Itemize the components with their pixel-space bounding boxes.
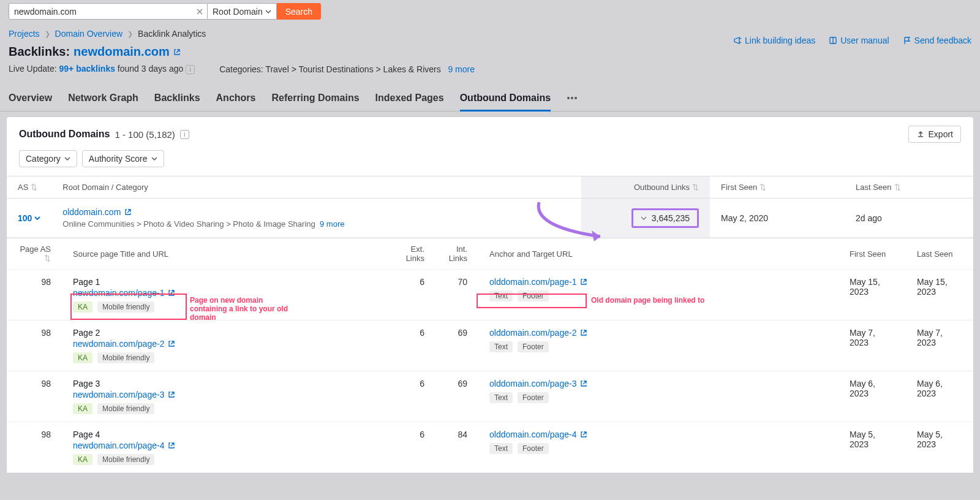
text-tag: Text: [489, 392, 513, 403]
crumb-domain-overview[interactable]: Domain Overview: [55, 29, 123, 39]
svg-point-4: [567, 97, 570, 99]
domain-category: Online Communities > Photo & Video Shari…: [62, 219, 570, 229]
backlink-count-link[interactable]: 99+ backlinks: [59, 64, 115, 74]
int-links-value: 69: [435, 320, 478, 371]
report-tabs: Overview Network Graph Backlinks Anchors…: [0, 81, 980, 112]
target-url-link[interactable]: olddomain.com/page-4: [489, 430, 827, 439]
chevron-right-icon: ❯: [45, 30, 50, 38]
row-first-seen: May 5, 2023: [839, 422, 906, 473]
subcol-int-links[interactable]: Int. Links: [435, 238, 478, 270]
megaphone-icon: [733, 36, 742, 45]
footer-tag: Footer: [518, 290, 549, 301]
outbound-links-highlight[interactable]: 3,645,235: [631, 208, 699, 228]
upload-icon: [916, 130, 925, 138]
external-link-icon: [168, 442, 175, 449]
as-expand-toggle[interactable]: 100: [18, 213, 40, 223]
user-manual-link[interactable]: User manual: [829, 36, 889, 45]
tab-network-graph[interactable]: Network Graph: [68, 93, 138, 111]
page-as-value: 98: [7, 371, 62, 422]
domain-cat-more-link[interactable]: 9 more: [320, 219, 344, 229]
table-row: 98 Page 3 newdomain.com/page-3 KA Mobile…: [7, 371, 973, 422]
col-outbound-links[interactable]: Outbound Links⇅: [581, 176, 710, 199]
tab-referring-domains[interactable]: Referring Domains: [271, 93, 359, 111]
panel-title: Outbound Domains: [19, 129, 110, 140]
categories-more-link[interactable]: 9 more: [448, 64, 475, 74]
info-icon[interactable]: i: [180, 130, 189, 139]
domain-row: 100 olddomain.com Online Communities > P…: [7, 199, 973, 238]
subcol-anchor[interactable]: Anchor and Target URL: [478, 238, 839, 270]
last-seen-value: 2d ago: [845, 199, 973, 238]
subcol-last-seen[interactable]: Last Seen: [906, 238, 973, 270]
row-last-seen: May 5, 2023: [906, 422, 973, 473]
domain-search-input[interactable]: [9, 3, 208, 20]
external-link-icon: [580, 431, 587, 438]
target-url-link[interactable]: olddomain.com/page-3: [489, 379, 827, 388]
source-url-link[interactable]: newdomain.com/page-2: [73, 339, 382, 349]
footer-tag: Footer: [518, 341, 549, 352]
target-url-link[interactable]: olddomain.com/page-2: [489, 328, 827, 338]
subcol-first-seen[interactable]: First Seen: [839, 238, 906, 270]
send-feedback-link[interactable]: Send feedback: [903, 36, 971, 45]
page-as-value: 98: [7, 270, 62, 320]
authority-score-filter[interactable]: Authority Score: [82, 150, 164, 167]
external-link-icon: [168, 391, 175, 398]
int-links-value: 84: [435, 422, 478, 473]
row-last-seen: May 7, 2023: [906, 320, 973, 371]
source-title: Page 2: [73, 328, 382, 338]
mobile-friendly-badge: Mobile friendly: [97, 454, 154, 465]
col-root-domain[interactable]: Root Domain / Category: [51, 176, 581, 199]
tab-backlinks[interactable]: Backlinks: [154, 93, 200, 111]
mobile-friendly-badge: Mobile friendly: [97, 352, 154, 363]
info-icon[interactable]: i: [186, 65, 195, 74]
table-row: 98 Page 2 newdomain.com/page-2 KA Mobile…: [7, 320, 973, 371]
col-first-seen[interactable]: First Seen⇅: [710, 176, 845, 199]
external-link-icon: [580, 278, 587, 286]
page-title-domain[interactable]: newdomain.com: [74, 45, 181, 59]
page-as-value: 98: [7, 422, 62, 473]
more-tabs-icon[interactable]: [567, 93, 578, 111]
tab-indexed-pages[interactable]: Indexed Pages: [375, 93, 444, 111]
source-url-link[interactable]: newdomain.com/page-4: [73, 441, 382, 450]
target-url-link[interactable]: olddomain.com/page-1: [489, 277, 827, 287]
source-url-link[interactable]: newdomain.com/page-3: [73, 390, 382, 400]
external-link-icon: [124, 208, 132, 216]
ka-badge: KA: [73, 454, 92, 465]
live-update-text: Live Update: 99+ backlinks found 3 days …: [9, 64, 195, 74]
col-as[interactable]: AS⇅: [7, 176, 51, 199]
link-building-ideas-link[interactable]: Link building ideas: [733, 36, 815, 45]
subcol-page-as[interactable]: Page AS⇅: [7, 238, 62, 270]
row-last-seen: May 6, 2023: [906, 371, 973, 422]
tab-anchors[interactable]: Anchors: [216, 93, 256, 111]
export-button[interactable]: Export: [908, 126, 961, 143]
external-link-icon: [173, 48, 181, 56]
footer-tag: Footer: [518, 392, 549, 403]
scope-select[interactable]: Root Domain: [208, 3, 277, 20]
clear-search-icon[interactable]: [195, 7, 204, 16]
chevron-right-icon: ❯: [127, 30, 133, 38]
crumb-projects[interactable]: Projects: [9, 29, 40, 39]
book-icon: [829, 36, 837, 45]
subcol-ext-links[interactable]: Ext. Links: [393, 238, 435, 270]
domain-link[interactable]: olddomain.com: [62, 207, 570, 217]
footer-tag: Footer: [518, 443, 549, 454]
int-links-value: 70: [435, 270, 478, 320]
svg-point-6: [575, 97, 577, 99]
text-tag: Text: [489, 290, 513, 301]
panel-range: 1 - 100 (5,182): [115, 129, 175, 140]
external-link-icon: [168, 340, 175, 347]
tab-overview[interactable]: Overview: [9, 93, 52, 111]
source-url-link[interactable]: newdomain.com/page-1: [73, 288, 382, 298]
row-first-seen: May 15, 2023: [839, 270, 906, 320]
chevron-down-icon: [151, 156, 157, 162]
row-first-seen: May 7, 2023: [839, 320, 906, 371]
source-title: Page 4: [73, 430, 382, 439]
int-links-value: 69: [435, 371, 478, 422]
search-button[interactable]: Search: [277, 3, 321, 20]
tab-outbound-domains[interactable]: Outbound Domains: [460, 93, 551, 111]
ka-badge: KA: [73, 301, 92, 312]
col-last-seen[interactable]: Last Seen⇅: [845, 176, 973, 199]
category-filter[interactable]: Category: [19, 150, 77, 167]
categories-text: Categories: Travel > Tourist Destination…: [219, 64, 475, 74]
row-last-seen: May 15, 2023: [906, 270, 973, 320]
subcol-source[interactable]: Source page Title and URL: [62, 238, 393, 270]
